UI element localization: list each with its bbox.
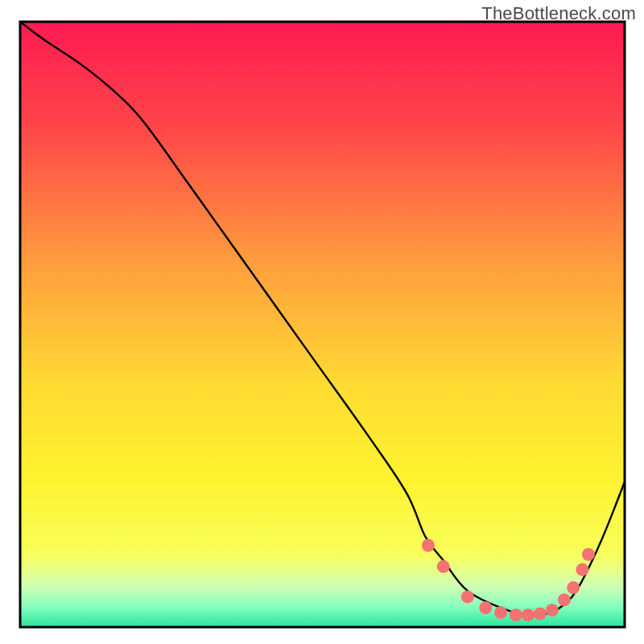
curve-marker	[576, 564, 588, 576]
curve-marker	[534, 607, 547, 620]
curve-marker	[558, 593, 571, 606]
curve-marker	[510, 609, 522, 621]
curve-marker	[522, 609, 535, 621]
chart-container: TheBottleneck.com	[0, 0, 644, 644]
curve-marker	[437, 560, 450, 573]
curve-marker	[422, 539, 435, 551]
curve-marker	[582, 548, 595, 561]
curve-marker	[494, 606, 507, 619]
heatmap-background	[20, 22, 625, 627]
watermark-text: TheBottleneck.com	[481, 3, 636, 24]
curve-marker	[461, 590, 474, 603]
curve-marker	[479, 601, 492, 614]
chart-svg	[0, 0, 644, 644]
curve-marker	[546, 604, 559, 617]
curve-marker	[567, 581, 580, 594]
